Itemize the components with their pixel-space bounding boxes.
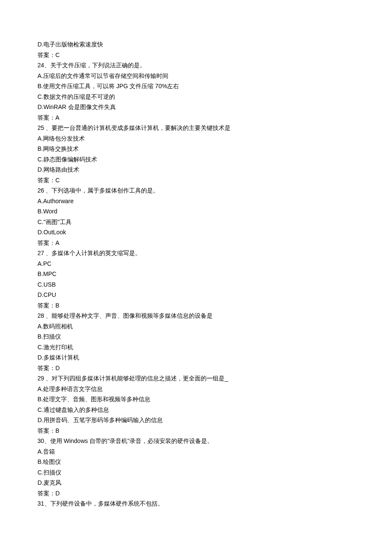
text-line: D.多媒体计算机 [37, 352, 355, 363]
text-line: A.压缩后的文件通常可以节省存储空间和传输时间 [37, 71, 355, 81]
text-line: 24、关于文件压缩，下列说法正确的是。 [37, 60, 355, 71]
text-line: B.绘图仪 [37, 457, 355, 467]
text-line: 27 、多媒体个人计算机的英文缩写是。 [37, 248, 355, 259]
text-line: C.数据文件的压缩是不可逆的 [37, 92, 355, 102]
text-line: D.麦克风 [37, 477, 355, 488]
text-line: A.Authorware [37, 196, 355, 207]
text-line: D.网络路由技术 [37, 164, 355, 175]
text-line: 答案：B [37, 300, 355, 311]
text-line: 29 、对下列四组多媒体计算机能够处理的信息之描述，更全面的一组是_ [37, 373, 355, 384]
text-line: C.扫描仪 [37, 467, 355, 478]
text-line: 答案：A [37, 112, 355, 123]
text-line: D.用拼音码、五笔字形码等多种编码输入的信息 [37, 415, 355, 426]
text-line: A.数码照相机 [37, 321, 355, 332]
text-line: C.通过键盘输入的多种信息 [37, 405, 355, 415]
text-line: 答案：D [37, 488, 355, 499]
text-line: 答案：B [37, 426, 355, 436]
text-line: D.OutLook [37, 227, 355, 238]
text-line: D.CPU [37, 290, 355, 300]
text-line: B.使用文件压缩工具，可以将 JPG 文件压缩 70%左右 [37, 81, 355, 92]
text-line: D.电子出版物检索速度快 [37, 39, 355, 50]
text-line: B.处理文字、音频、图形和视频等多种信息 [37, 394, 355, 405]
text-line: 答案：C [37, 175, 355, 186]
text-line: 25 、要把一台普通的计算机变成多媒体计算机，要解决的主要关键技术是 [37, 123, 355, 133]
text-line: A.处理多种语言文字信息 [37, 384, 355, 394]
text-line: 答案：D [37, 363, 355, 374]
document-content: D.电子出版物检索速度快 答案：C 24、关于文件压缩，下列说法正确的是。 A.… [37, 39, 355, 509]
text-line: B.扫描仪 [37, 331, 355, 342]
text-line: 26 、下列选项中，属于多媒体创作工具的是。 [37, 185, 355, 196]
text-line: 30、使用 Windows 自带的"录音机"录音，必须安装的硬件设备是。 [37, 436, 355, 446]
text-line: C.USB [37, 279, 355, 290]
text-line: D.WinRAR 会是图像文件失真 [37, 102, 355, 112]
text-line: C.静态图像编解码技术 [37, 154, 355, 165]
text-line: A.PC [37, 259, 355, 269]
text-line: A.网络包分发技术 [37, 133, 355, 144]
text-line: 31、下列硬件设备中，多媒体硬件系统不包括。 [37, 498, 355, 509]
text-line: B.MPC [37, 269, 355, 279]
text-line: B.Word [37, 206, 355, 217]
text-line: 答案：C [37, 50, 355, 60]
text-line: B.网络交换技术 [37, 144, 355, 154]
text-line: C.激光打印机 [37, 342, 355, 353]
text-line: C."画图"工具 [37, 217, 355, 227]
text-line: A.音箱 [37, 446, 355, 457]
text-line: 28 、能够处理各种文字、声音、图像和视频等多媒体信息的设备是 [37, 311, 355, 321]
text-line: 答案：A [37, 238, 355, 248]
